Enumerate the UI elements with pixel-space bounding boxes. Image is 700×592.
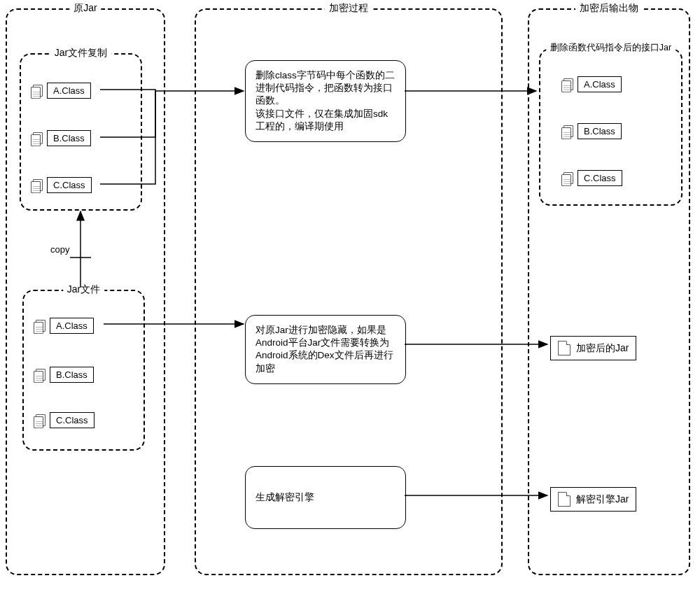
file-icon	[561, 125, 574, 139]
document-icon	[558, 341, 570, 355]
file-icon	[34, 368, 46, 382]
jar-file-title: Jar文件	[63, 283, 104, 296]
class-label: A.Class	[578, 76, 622, 92]
class-label: A.Class	[50, 318, 94, 334]
file-icon	[561, 78, 574, 92]
diagram-root: 原Jar Jar文件复制 A.Class B.Class C.Class cop…	[0, 0, 700, 592]
class-label: C.Class	[50, 412, 94, 428]
jar-class-row: C.Class	[34, 412, 94, 428]
class-label: C.Class	[578, 170, 622, 186]
file-icon	[561, 171, 574, 185]
jar-class-row: A.Class	[34, 318, 94, 334]
mid-column-panel: 加密过程 删除class字节码中每个函数的二进制代码指令，把函数转为接口函数。 …	[195, 8, 503, 575]
file-icon	[31, 178, 43, 192]
copy-label: copy	[50, 244, 69, 255]
left-column-panel: 原Jar Jar文件复制 A.Class B.Class C.Class cop…	[6, 8, 165, 575]
class-label: C.Class	[47, 177, 92, 193]
process-decrypt-engine: 生成解密引擎	[245, 466, 406, 529]
file-icon	[31, 132, 43, 146]
class-label: B.Class	[50, 367, 94, 383]
copy-class-row: A.Class	[31, 83, 91, 99]
right-column-title: 加密后输出物	[575, 2, 643, 15]
copy-class-row: C.Class	[31, 177, 92, 193]
output-class-row: A.Class	[561, 76, 622, 92]
right-column-panel: 加密后输出物 删除函数代码指令后的接口Jar A.Class B.Class C…	[528, 8, 690, 575]
document-icon	[558, 492, 570, 507]
output-interface-jar-title: 删除函数代码指令后的接口Jar	[546, 42, 676, 54]
jar-copy-panel: Jar文件复制 A.Class B.Class C.Class	[20, 53, 142, 211]
file-icon	[34, 414, 46, 428]
class-label: B.Class	[47, 130, 91, 146]
output-decrypt-engine-jar-label: 解密引擎Jar	[576, 493, 629, 506]
output-encrypted-jar-label: 加密后的Jar	[576, 342, 629, 355]
process-encrypt-jar: 对原Jar进行加密隐藏，如果是Android平台Jar文件需要转换为Androi…	[245, 315, 406, 384]
file-icon	[31, 84, 43, 98]
output-decrypt-engine-jar: 解密引擎Jar	[550, 487, 636, 512]
class-label: B.Class	[578, 123, 622, 139]
file-icon	[34, 319, 46, 333]
output-class-row: C.Class	[561, 170, 622, 186]
class-label: A.Class	[47, 83, 91, 99]
jar-copy-title: Jar文件复制	[50, 47, 111, 59]
process-delete-instructions: 删除class字节码中每个函数的二进制代码指令，把函数转为接口函数。 该接口文件…	[245, 60, 406, 142]
output-encrypted-jar: 加密后的Jar	[550, 336, 636, 360]
output-interface-jar-panel: 删除函数代码指令后的接口Jar A.Class B.Class C.Class	[539, 48, 682, 206]
left-column-title: 原Jar	[69, 2, 101, 15]
copy-class-row: B.Class	[31, 130, 91, 146]
output-class-row: B.Class	[561, 123, 622, 139]
mid-column-title: 加密过程	[325, 2, 372, 15]
jar-class-row: B.Class	[34, 367, 94, 383]
jar-file-panel: Jar文件 A.Class B.Class C.Class	[22, 290, 145, 451]
